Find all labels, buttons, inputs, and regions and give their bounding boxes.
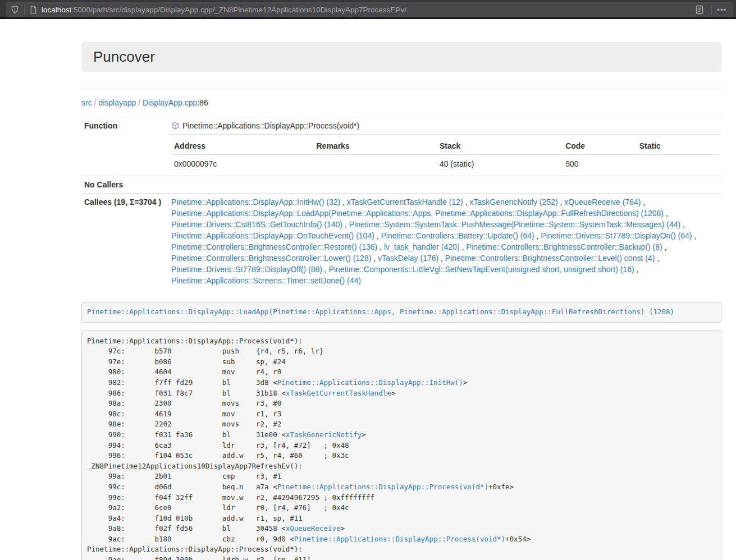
breadcrumb-line-number: :86 — [197, 98, 208, 107]
metrics-header-row: AddressRemarksStackCodeStatic — [171, 137, 719, 155]
function-label: Function — [81, 117, 168, 176]
metrics-value-stack: 40 (static) — [437, 155, 563, 173]
callee-separator: , — [558, 198, 565, 206]
callee-separator: , — [641, 198, 645, 206]
metrics-value-code: 500 — [563, 155, 637, 173]
code-symbol-link[interactable]: Pinetime::Applications::DisplayApp::Proc… — [294, 535, 505, 543]
function-name: Pinetime::Applications::DisplayApp::Proc… — [182, 121, 359, 130]
function-name-cell: Pinetime::Applications::DisplayApp::Proc… — [168, 117, 721, 135]
callee-separator: , — [460, 242, 467, 251]
callee-link[interactable]: Pinetime::Controllers::Battery::Update()… — [381, 231, 534, 240]
callee-link[interactable]: Pinetime::Applications::DisplayApp::OnTo… — [171, 231, 374, 240]
puncover-page: Puncover src / displayapp / DisplayApp.c… — [81, 42, 721, 560]
callee-link[interactable]: Pinetime::Drivers::Cst816S::GetTouchInfo… — [171, 220, 342, 229]
no-callers-cell — [168, 176, 721, 194]
callee-separator: , — [374, 231, 381, 240]
code-symbol-link[interactable]: xQueueReceive — [286, 524, 341, 533]
callee-separator: , — [463, 198, 470, 206]
breadcrumb-link-src[interactable]: src — [81, 98, 92, 107]
callee-separator: , — [655, 254, 659, 263]
callee-link[interactable]: xTaskGetCurrentTaskHandle (12) — [347, 198, 463, 206]
callee-separator: , — [438, 254, 445, 263]
function-table: Function Pinetime::Applications::Display… — [81, 117, 721, 289]
callee-link[interactable]: xTaskGenericNotify (252) — [469, 198, 557, 206]
callee-link[interactable]: xQueueReceive (764) — [564, 198, 641, 206]
browser-toolbar: localhost:5000/path/src/displayapp/Displ… — [0, 0, 736, 19]
callee-separator: , — [322, 265, 329, 274]
metrics-column-address: Address — [171, 137, 314, 155]
shield-icon[interactable] — [11, 5, 19, 14]
url-bar[interactable]: localhost:5000/path/src/displayapp/Displ… — [6, 2, 733, 17]
callee-separator: , — [680, 220, 685, 229]
callee-separator: , — [662, 242, 667, 251]
metrics-cell: AddressRemarksStackCodeStatic 0x0000097c… — [168, 135, 721, 176]
disassembly-listing: Pinetime::Applications::DisplayApp::Proc… — [81, 331, 721, 560]
callee-link[interactable]: Pinetime::Controllers::BrightnessControl… — [445, 254, 655, 263]
code-symbol-link[interactable]: xTaskGetCurrentTaskHandle — [286, 389, 391, 397]
callee-link[interactable]: Pinetime::System::SystemTask::PushMessag… — [349, 220, 681, 229]
highlighted-symbol-box: Pinetime::Applications::DisplayApp::Load… — [81, 302, 721, 323]
metrics-value-static — [637, 155, 719, 173]
breadcrumb-separator: / — [136, 98, 143, 107]
code-symbol-link[interactable]: Pinetime::Applications::DisplayApp::Init… — [277, 378, 463, 387]
page-title: Puncover — [93, 48, 155, 66]
code-symbol-link[interactable]: xTaskGenericNotify — [286, 430, 362, 439]
callee-separator: , — [664, 209, 668, 218]
url-path: :5000/path/src/displayapp/DisplayApp.cpp… — [71, 6, 406, 14]
callee-link[interactable]: Pinetime::Applications::DisplayApp::Load… — [171, 209, 664, 218]
page-actions-menu-icon[interactable]: ••• — [717, 6, 726, 14]
callee-separator: , — [692, 231, 697, 240]
callee-separator: , — [377, 242, 384, 251]
page-icon[interactable] — [30, 6, 37, 14]
no-callers-label: No Callers — [81, 176, 168, 194]
callee-link[interactable]: Pinetime::Controllers::BrightnessControl… — [171, 254, 371, 263]
callee-link[interactable]: Pinetime::Applications::DisplayApp::Init… — [171, 198, 340, 206]
urlbar-divider — [24, 5, 25, 15]
callee-separator: , — [371, 254, 378, 263]
breadcrumb-separator: / — [92, 98, 99, 107]
metrics-column-remarks: Remarks — [314, 137, 437, 155]
no-callers-row: No Callers — [81, 176, 721, 194]
metrics-column-stack: Stack — [437, 137, 563, 155]
breadcrumb: src / displayapp / DisplayApp.cpp:86 — [81, 97, 721, 108]
callee-link[interactable]: Pinetime::Controllers::BrightnessControl… — [171, 242, 377, 251]
highlighted-symbol-link[interactable]: Pinetime::Applications::DisplayApp::Load… — [87, 307, 674, 316]
package-icon — [171, 121, 179, 130]
app-header: Puncover — [81, 42, 721, 72]
metrics-value-row: 0x0000097c40 (static)500 — [171, 155, 719, 173]
metrics-column-static: Static — [637, 137, 719, 155]
callee-separator: , — [340, 198, 347, 206]
callees-label: Callees (19, Σ=3704 ) — [81, 194, 168, 290]
callee-link[interactable]: Pinetime::Applications::Screens::Timer::… — [171, 276, 361, 285]
callee-separator: , — [634, 265, 639, 274]
metrics-value-remarks — [314, 155, 437, 173]
callee-separator: , — [342, 220, 349, 229]
header-divider — [81, 89, 721, 89]
urlbar-divider-2 — [711, 5, 712, 15]
metrics-table: AddressRemarksStackCodeStatic 0x0000097c… — [171, 137, 719, 173]
callee-link[interactable]: Pinetime::Drivers::St7789::DisplayOn() (… — [541, 231, 692, 240]
function-metrics-row: AddressRemarksStackCodeStatic 0x0000097c… — [81, 135, 721, 176]
metrics-value-address: 0x0000097c — [171, 155, 314, 173]
callee-link[interactable]: Pinetime::Drivers::St7789::DisplayOff() … — [171, 265, 322, 274]
function-row: Function Pinetime::Applications::Display… — [81, 117, 721, 135]
url-text[interactable]: localhost:5000/path/src/displayapp/Displ… — [42, 6, 695, 14]
metrics-column-code: Code — [563, 137, 637, 155]
code-symbol-link[interactable]: Pinetime::Applications::DisplayApp::Proc… — [277, 483, 488, 491]
reader-mode-icon[interactable] — [695, 5, 704, 15]
callee-link[interactable]: vTaskDelay (176) — [378, 254, 438, 263]
callees-row: Callees (19, Σ=3704 ) Pinetime::Applicat… — [81, 194, 721, 290]
callee-link[interactable]: Pinetime::Controllers::BrightnessControl… — [466, 242, 662, 251]
callee-link[interactable]: lv_task_handler (420) — [384, 242, 460, 251]
url-host: localhost — [42, 6, 71, 14]
callees-list: Pinetime::Applications::DisplayApp::Init… — [168, 194, 721, 290]
breadcrumb-link-displayapp[interactable]: displayapp — [98, 98, 136, 107]
callee-separator: , — [534, 231, 541, 240]
breadcrumb-link-DisplayApp.cpp[interactable]: DisplayApp.cpp — [143, 98, 197, 107]
callee-link[interactable]: Pinetime::Components::LittleVgl::SetNewT… — [329, 265, 634, 274]
